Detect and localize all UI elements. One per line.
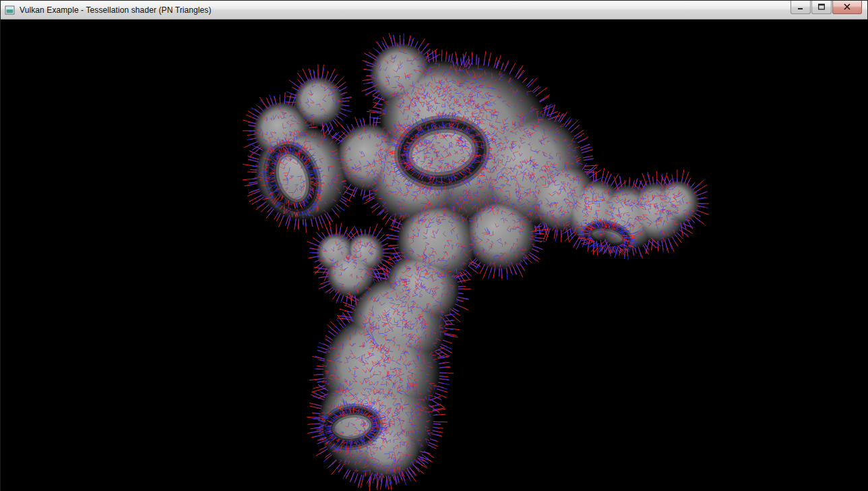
close-button[interactable]: [832, 1, 862, 14]
render-canvas[interactable]: [1, 20, 868, 491]
maximize-button[interactable]: [811, 1, 832, 14]
close-icon: [843, 2, 851, 12]
app-window: Vulkan Example - Tessellation shader (PN…: [0, 0, 868, 491]
minimize-button[interactable]: [790, 1, 811, 14]
viewport[interactable]: [1, 20, 867, 491]
maximize-icon: [817, 2, 826, 12]
window-title: Vulkan Example - Tessellation shader (PN…: [20, 5, 212, 15]
minimize-icon: [797, 2, 805, 12]
window-controls: [790, 1, 862, 14]
titlebar[interactable]: Vulkan Example - Tessellation shader (PN…: [1, 1, 867, 20]
vulkan-app-icon: [5, 5, 16, 16]
